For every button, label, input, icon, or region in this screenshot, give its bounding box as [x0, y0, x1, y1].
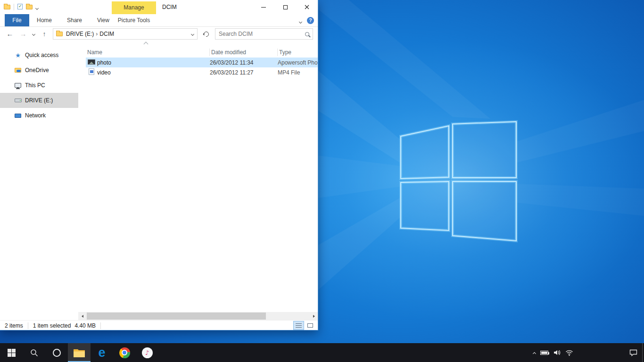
selection-size: 4.40 MB [74, 322, 96, 329]
taskbar-edge-button[interactable] [91, 343, 113, 362]
search-icon[interactable] [305, 32, 309, 36]
tab-picture-tools[interactable]: Picture Tools [112, 14, 156, 27]
navigation-bar: DRIVE (E:) › DCIM [0, 27, 318, 41]
expand-ribbon-chevron-icon[interactable] [299, 16, 302, 25]
column-header-name[interactable]: Name [86, 49, 210, 56]
selection-count: 1 item selected [33, 322, 71, 329]
network-wifi-icon[interactable] [565, 349, 573, 356]
manage-contextual-tab[interactable]: Manage [112, 1, 156, 14]
scrollbar-thumb[interactable] [87, 313, 266, 320]
start-button[interactable] [0, 343, 23, 362]
tab-share[interactable]: Share [59, 14, 90, 26]
window-content: Quick access OneDrive This PC DRIVE (E:)… [0, 41, 318, 320]
column-header-date-modified[interactable]: Date modified [210, 49, 278, 56]
taskbar-file-explorer-button[interactable] [68, 343, 91, 362]
window-title: DCIM [162, 0, 177, 14]
file-row-video[interactable]: video 26/03/2012 11:27 MP4 File [86, 67, 318, 77]
system-tray [533, 343, 573, 362]
battery-icon[interactable] [540, 351, 548, 355]
breadcrumb-drive[interactable]: DRIVE (E:) [64, 31, 96, 37]
sidebar-item-label: This PC [25, 82, 45, 89]
file-name: photo [97, 59, 210, 66]
show-desktop-button[interactable] [642, 343, 644, 362]
taskbar-search-button[interactable] [23, 343, 45, 362]
chevron-down-icon [190, 32, 194, 35]
sidebar-item-label: Network [25, 112, 46, 119]
details-view-icon [296, 323, 302, 328]
title-bar[interactable]: Manage DCIM [0, 0, 318, 14]
file-list-pane: Name Date modified Type photo 26/03/2012… [78, 41, 318, 320]
scroll-left-arrow-icon[interactable] [78, 312, 86, 320]
address-bar[interactable]: DRIVE (E:) › DCIM [53, 28, 198, 40]
maximize-button[interactable] [274, 0, 296, 14]
file-explorer-window: Manage DCIM File Home Share View Picture… [0, 0, 318, 330]
taskbar-chrome-button[interactable] [113, 343, 136, 362]
chevron-down-icon [32, 32, 35, 35]
breadcrumb-dcim[interactable]: DCIM [98, 31, 116, 37]
taskbar-itunes-button[interactable] [136, 343, 158, 362]
address-dropdown-button[interactable] [188, 33, 197, 35]
caption-buttons [253, 0, 318, 14]
volume-icon[interactable] [553, 349, 561, 356]
network-icon [14, 114, 22, 118]
status-bar: 2 items 1 item selected 4.40 MB [0, 320, 318, 330]
search-input[interactable] [219, 31, 305, 37]
up-arrow-icon [43, 30, 46, 38]
refresh-button[interactable] [200, 28, 212, 40]
new-folder-button[interactable] [26, 3, 33, 11]
minimize-button[interactable] [253, 0, 274, 14]
properties-button[interactable] [17, 3, 23, 11]
minimize-icon [261, 7, 266, 8]
status-divider [28, 322, 28, 329]
edge-icon [98, 346, 105, 359]
close-button[interactable] [296, 0, 318, 14]
file-row-photo[interactable]: photo 26/03/2012 11:34 Apowersoft Pho [86, 58, 318, 67]
onedrive-folder-icon [14, 68, 22, 73]
file-date-modified: 26/03/2012 11:34 [210, 59, 278, 66]
details-view-button[interactable] [294, 321, 304, 329]
navigation-pane: Quick access OneDrive This PC DRIVE (E:)… [0, 41, 78, 320]
search-box [215, 28, 313, 40]
forward-button[interactable] [17, 28, 29, 40]
cortana-ring-icon [53, 349, 61, 357]
file-type: MP4 File [278, 69, 318, 76]
column-headers: Name Date modified Type [86, 47, 318, 58]
sidebar-item-onedrive[interactable]: OneDrive [0, 63, 78, 78]
tab-home[interactable]: Home [29, 14, 59, 26]
video-file-icon [89, 68, 94, 76]
explorer-app-icon [4, 3, 10, 11]
sidebar-item-quick-access[interactable]: Quick access [0, 48, 78, 63]
chrome-icon [119, 347, 130, 358]
photo-file-icon [88, 59, 95, 66]
status-divider [100, 322, 101, 329]
drive-icon [14, 99, 22, 102]
file-type: Apowersoft Pho [278, 59, 318, 66]
sidebar-item-network[interactable]: Network [0, 108, 78, 123]
cortana-button[interactable] [45, 343, 68, 362]
sidebar-item-label: OneDrive [25, 67, 49, 74]
sidebar-item-this-pc[interactable]: This PC [0, 78, 78, 93]
recent-locations-button[interactable] [30, 28, 37, 40]
customize-toolbar-chevron-icon[interactable] [36, 3, 38, 11]
sidebar-item-drive-e[interactable]: DRIVE (E:) [0, 93, 78, 108]
action-center-button[interactable] [629, 343, 637, 362]
sidebar-item-label: Quick access [25, 52, 58, 58]
scroll-right-arrow-icon[interactable] [310, 312, 318, 320]
forward-arrow-icon [20, 30, 27, 38]
horizontal-scrollbar[interactable] [78, 312, 318, 320]
view-toggle-buttons [294, 321, 315, 329]
sort-ascending-caret-icon [144, 42, 149, 47]
quick-access-star-icon [14, 52, 22, 59]
back-button[interactable] [4, 28, 16, 40]
hidden-icons-chevron-icon[interactable] [533, 348, 536, 357]
file-date-modified: 26/03/2012 11:27 [210, 69, 278, 76]
help-icon[interactable] [307, 17, 314, 24]
tab-file[interactable]: File [5, 14, 29, 26]
windows-logo-icon [8, 349, 16, 357]
taskbar [0, 343, 644, 362]
thumbnails-view-button[interactable] [305, 321, 315, 329]
column-header-type[interactable]: Type [278, 49, 318, 56]
up-button[interactable] [38, 28, 50, 40]
thumbnails-view-icon [307, 323, 313, 328]
file-name: video [97, 69, 210, 76]
